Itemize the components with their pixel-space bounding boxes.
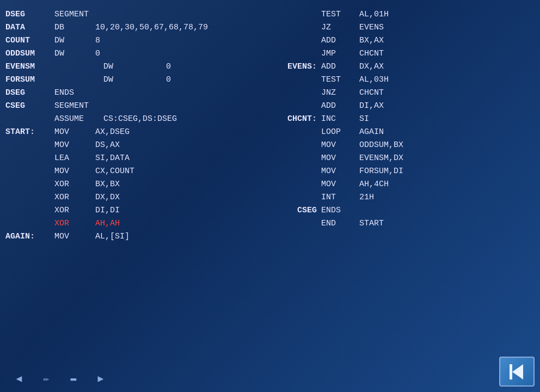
- line-xor-bx: XOR BX,BX: [5, 178, 278, 191]
- label-dseg2: DSEG: [5, 87, 54, 100]
- rmnemonic-end: END: [321, 217, 359, 230]
- mnemonic-ends-dseg: ENDS: [54, 87, 95, 100]
- operand-count-val: 8: [95, 34, 100, 47]
- label-start: START:: [5, 126, 54, 139]
- rmnemonic-jz: JZ: [321, 21, 359, 34]
- right-line-add-bx-ax: ADD BX,AX: [278, 34, 535, 47]
- right-line-cseg-ends: CSEG ENDS: [278, 204, 535, 217]
- edit-button[interactable]: ✏: [38, 370, 54, 387]
- rmnemonic-add-di-ax: ADD: [321, 100, 359, 113]
- right-line-jz-evens: JZ EVENS: [278, 21, 535, 34]
- line-mov-cx-count: MOV CX,COUNT: [5, 165, 278, 178]
- rmnemonic-mov-oddsum: MOV: [321, 139, 359, 152]
- rmnemonic-mov-evensm: MOV: [321, 152, 359, 165]
- label-again: AGAIN:: [5, 230, 54, 243]
- rmnemonic-mov-forsum: MOV: [321, 165, 359, 178]
- roperand-al-03h: AL,03H: [359, 74, 389, 87]
- line-again-mov: AGAIN: MOV AL,[SI]: [5, 230, 278, 243]
- right-line-add-di-ax: ADD DI,AX: [278, 100, 535, 113]
- mnemonic-xor-dx: XOR: [54, 191, 95, 204]
- rewind-icon-container: [510, 364, 525, 379]
- label-count: COUNT: [5, 34, 54, 47]
- operand-assume: CS:CSEG,DS:DSEG: [103, 113, 177, 126]
- forward-button[interactable]: ▶: [93, 370, 109, 387]
- operand-cx-count: CX,COUNT: [95, 165, 134, 178]
- line-evensm-dw: EVENSM DW 0: [5, 60, 278, 74]
- line-forsum-dw: FORSUM DW 0: [5, 74, 278, 87]
- roperand-si: SI: [359, 113, 369, 126]
- rlabel-cseg: CSEG: [278, 204, 321, 217]
- code-area: DSEG SEGMENT DATA DB 10,20,30,50,67,68,7…: [5, 5, 535, 359]
- line-xor-di: XOR DI,DI: [5, 204, 278, 217]
- right-line-test-03h: TEST AL,03H: [278, 74, 535, 87]
- right-line-mov-evensm-dx: MOV EVENSM,DX: [278, 152, 535, 165]
- mnemonic-mov-ds-ax: MOV: [54, 139, 95, 152]
- rmnemonic-add-bx-ax: ADD: [321, 34, 359, 47]
- line-start-mov: START: MOV AX,DSEG: [5, 126, 278, 139]
- roperand-al-01h: AL,01H: [359, 8, 389, 21]
- right-line-mov-forsum-di: MOV FORSUM,DI: [278, 165, 535, 178]
- right-column: TEST AL,01H JZ EVENS ADD BX,AX JMP CHCNT…: [278, 5, 535, 359]
- rewind-triangle-icon: [512, 364, 523, 379]
- line-mov-ds-ax: MOV DS,AX: [5, 139, 278, 152]
- operand-bx-bx: BX,BX: [95, 178, 120, 191]
- roperand-chcnt-2: CHCNT: [359, 87, 384, 100]
- mnemonic-mov-ax-dseg: MOV: [54, 126, 95, 139]
- roperand-again: AGAIN: [359, 126, 384, 139]
- mnemonic-mov-cx-count: MOV: [54, 165, 95, 178]
- rmnemonic-jmp: JMP: [321, 47, 359, 60]
- line-assume: ASSUME CS:CSEG,DS:DSEG: [5, 113, 278, 126]
- mnemonic-xor-bx: XOR: [54, 178, 95, 191]
- roperand-ah-4ch: AH,4CH: [359, 178, 389, 191]
- roperand-evensm-dx: EVENSM,DX: [359, 152, 403, 165]
- label-cseg: CSEG: [5, 100, 54, 113]
- operand-ah-ah-red: AH,AH: [95, 217, 120, 230]
- label-oddsum: ODDSUM: [5, 47, 54, 60]
- roperand-di-ax: DI,AX: [359, 100, 384, 113]
- roperand-bx-ax: BX,AX: [359, 34, 384, 47]
- rmnemonic-inc: INC: [321, 113, 359, 126]
- mnemonic-dw-evensm: DW: [103, 60, 144, 74]
- roperand-forsum-di: FORSUM,DI: [359, 165, 403, 178]
- mnemonic-assume: ASSUME: [54, 113, 103, 126]
- rewind-nav-button[interactable]: [499, 357, 535, 387]
- right-line-evens-add: EVENS: ADD DX,AX: [278, 60, 535, 74]
- toolbar: ◀ ✏ ▬ ▶: [0, 365, 540, 392]
- line-dseg-segment: DSEG SEGMENT: [5, 8, 278, 21]
- rmnemonic-ends-cseg: ENDS: [321, 204, 359, 217]
- mnemonic-mov-al-si: MOV: [54, 230, 95, 243]
- right-line-mov-ah-4ch: MOV AH,4CH: [278, 178, 535, 191]
- operand-evensm-val: 0: [166, 60, 171, 74]
- operand-si-data: SI,DATA: [95, 152, 130, 165]
- rlabel-chcnt: CHCNT:: [278, 113, 321, 126]
- operand-data-values: 10,20,30,50,67,68,78,79: [95, 21, 208, 34]
- roperand-evens: EVENS: [359, 21, 384, 34]
- roperand-start: START: [359, 217, 384, 230]
- line-oddsum-dw: ODDSUM DW 0: [5, 47, 278, 60]
- mnemonic-segment-cseg: SEGMENT: [54, 100, 95, 113]
- right-line-jnz-chcnt: JNZ CHCNT: [278, 87, 535, 100]
- rlabel-evens: EVENS:: [278, 60, 321, 74]
- mnemonic-xor-ah-red: XOR: [54, 217, 95, 230]
- operand-forsum-val: 0: [166, 74, 171, 87]
- back-button[interactable]: ◀: [11, 370, 27, 387]
- right-line-mov-oddsum-bx: MOV ODDSUM,BX: [278, 139, 535, 152]
- roperand-oddsum-bx: ODDSUM,BX: [359, 139, 403, 152]
- line-xor-dx: XOR DX,DX: [5, 191, 278, 204]
- line-xor-ah-red: XOR AH,AH: [5, 217, 278, 230]
- operand-dx-dx: DX,DX: [95, 191, 120, 204]
- mnemonic-dw-forsum: DW: [103, 74, 144, 87]
- rmnemonic-test-03: TEST: [321, 74, 359, 87]
- line-count-dw: COUNT DW 8: [5, 34, 278, 47]
- operand-al-si: AL,[SI]: [95, 230, 130, 243]
- window-button[interactable]: ▬: [65, 370, 82, 387]
- right-line-chcnt-inc: CHCNT: INC SI: [278, 113, 535, 126]
- mnemonic-lea: LEA: [54, 152, 95, 165]
- label-dseg: DSEG: [5, 8, 54, 21]
- right-line-test-01h: TEST AL,01H: [278, 8, 535, 21]
- line-data-db: DATA DB 10,20,30,50,67,68,78,79: [5, 21, 278, 34]
- rmnemonic-jnz: JNZ: [321, 87, 359, 100]
- right-line-jmp-chcnt: JMP CHCNT: [278, 47, 535, 60]
- mnemonic-dw-count: DW: [54, 34, 95, 47]
- roperand-21h: 21H: [359, 191, 374, 204]
